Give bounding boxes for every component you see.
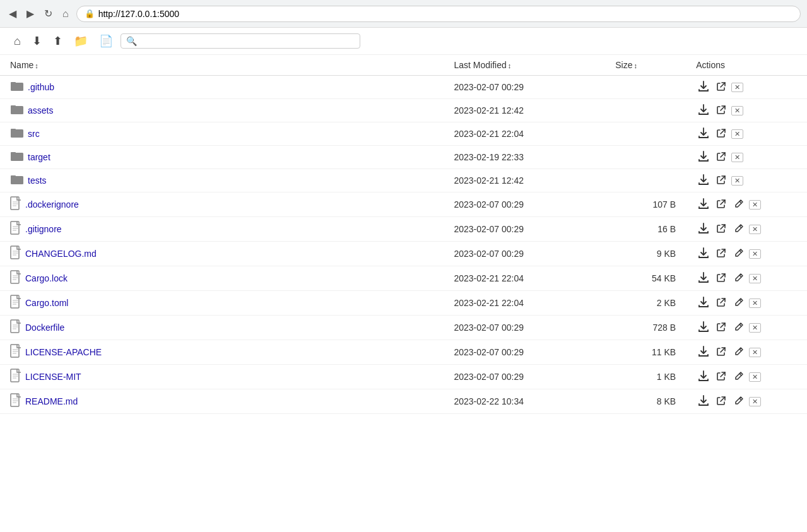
forward-button[interactable]: ▶ (24, 6, 37, 21)
actions-cell: ✕ (686, 217, 807, 242)
download-all-button[interactable]: ⬇ (28, 33, 45, 49)
new-file-button[interactable]: 📄 (95, 33, 117, 49)
col-header-size[interactable]: Size↕ (605, 55, 686, 76)
edit-button[interactable] (731, 370, 746, 384)
name-cell: assets (0, 99, 444, 122)
file-link[interactable]: LICENSE-APACHE (25, 347, 102, 357)
share-button[interactable] (714, 222, 729, 236)
upload-button[interactable]: ⬆ (49, 33, 66, 49)
name-sort-icon[interactable]: ↕ (35, 62, 38, 69)
share-button[interactable] (714, 198, 729, 211)
share-button[interactable] (714, 296, 729, 310)
share-button[interactable] (714, 345, 729, 359)
delete-button[interactable]: ✕ (749, 274, 761, 283)
delete-button[interactable]: ✕ (749, 200, 761, 210)
delete-button[interactable]: ✕ (749, 323, 761, 333)
delete-button[interactable]: ✕ (731, 106, 743, 115)
download-button[interactable] (696, 295, 711, 310)
share-button[interactable] (714, 394, 729, 408)
name-cell: src (0, 122, 444, 146)
svg-line-43 (721, 299, 725, 303)
svg-line-67 (721, 397, 725, 401)
share-button[interactable] (714, 127, 729, 141)
download-button[interactable] (696, 222, 711, 237)
delete-button[interactable]: ✕ (749, 372, 761, 382)
actions-cell: ✕ (686, 340, 807, 365)
modified-cell: 2023-02-21 22:04 (444, 122, 605, 146)
url-input[interactable] (98, 9, 792, 19)
file-link[interactable]: assets (28, 105, 53, 115)
name-cell: Cargo.lock (0, 266, 444, 291)
file-link[interactable]: .gitignore (25, 224, 62, 234)
file-link[interactable]: LICENSE-MIT (25, 372, 81, 382)
file-link[interactable]: Dockerfile (25, 322, 64, 333)
search-box: 🔍 (121, 33, 360, 49)
share-button[interactable] (714, 150, 729, 164)
share-button[interactable] (714, 174, 729, 187)
download-button[interactable] (696, 103, 711, 118)
file-link[interactable]: CHANGELOG.md (25, 249, 97, 259)
svg-line-32 (739, 251, 741, 252)
size-sort-icon[interactable]: ↕ (633, 62, 637, 69)
size-cell: 107 B (605, 192, 686, 217)
file-link[interactable]: README.md (25, 396, 78, 406)
size-cell: 16 B (605, 217, 686, 242)
download-button[interactable] (696, 150, 711, 165)
home-nav-button[interactable]: ⌂ (60, 7, 71, 21)
edit-button[interactable] (731, 247, 746, 261)
file-link[interactable]: target (28, 152, 50, 162)
actions-cell: ✕ (686, 242, 807, 266)
file-link[interactable]: .github (28, 82, 54, 92)
delete-button[interactable]: ✕ (731, 176, 743, 186)
share-button[interactable] (714, 80, 729, 94)
edit-button[interactable] (731, 345, 746, 359)
delete-button[interactable]: ✕ (749, 397, 761, 406)
delete-button[interactable]: ✕ (731, 129, 743, 139)
file-link[interactable]: tests (28, 175, 47, 186)
back-button[interactable]: ◀ (6, 6, 19, 21)
file-link[interactable]: Cargo.lock (25, 273, 68, 283)
reload-button[interactable]: ↻ (42, 6, 55, 21)
download-button[interactable] (696, 246, 711, 261)
edit-button[interactable] (731, 222, 746, 236)
download-button[interactable] (696, 394, 711, 409)
download-button[interactable] (696, 80, 711, 95)
name-cell: .dockerignore (0, 192, 444, 217)
download-button[interactable] (696, 197, 711, 212)
delete-button[interactable]: ✕ (749, 348, 761, 357)
share-button[interactable] (714, 103, 729, 117)
delete-button[interactable]: ✕ (749, 299, 761, 308)
edit-button[interactable] (731, 296, 746, 310)
delete-button[interactable]: ✕ (749, 225, 761, 234)
share-button[interactable] (714, 321, 729, 334)
share-button[interactable] (714, 247, 729, 261)
new-folder-button[interactable]: 📁 (70, 33, 91, 49)
address-bar: 🔒 (76, 6, 801, 22)
file-icon (10, 245, 21, 262)
edit-button[interactable] (731, 394, 746, 408)
download-button[interactable] (696, 320, 711, 335)
file-link[interactable]: src (28, 129, 40, 139)
download-button[interactable] (696, 369, 711, 384)
download-button[interactable] (696, 173, 711, 188)
download-button[interactable] (696, 126, 711, 141)
edit-button[interactable] (731, 271, 746, 285)
file-link[interactable]: Cargo.toml (25, 298, 68, 308)
download-button[interactable] (696, 345, 711, 360)
share-button[interactable] (714, 370, 729, 384)
file-link[interactable]: .dockerignore (25, 199, 79, 210)
search-input[interactable] (141, 36, 355, 46)
edit-button[interactable] (731, 198, 746, 211)
delete-button[interactable]: ✕ (731, 153, 743, 162)
share-button[interactable] (714, 271, 729, 285)
download-button[interactable] (696, 271, 711, 286)
edit-button[interactable] (731, 321, 746, 334)
actions-cell: ✕ (686, 169, 807, 192)
col-header-modified[interactable]: Last Modified↕ (444, 55, 605, 76)
table-row: CHANGELOG.md2023-02-07 00:299 KB ✕ (0, 242, 807, 266)
col-header-name[interactable]: Name↕ (0, 55, 444, 76)
delete-button[interactable]: ✕ (731, 83, 743, 92)
modified-sort-icon[interactable]: ↕ (508, 62, 512, 69)
home-button[interactable]: ⌂ (10, 33, 25, 49)
delete-button[interactable]: ✕ (749, 249, 761, 259)
